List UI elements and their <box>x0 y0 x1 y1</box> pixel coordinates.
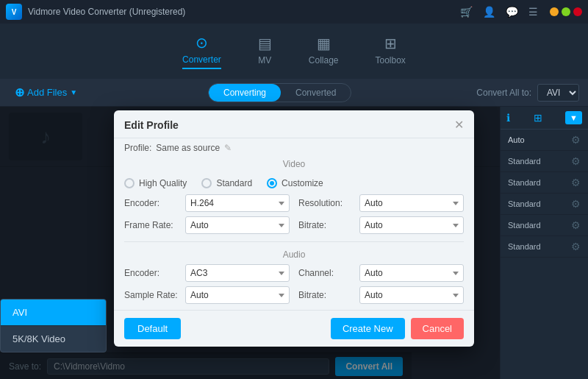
tab-mv[interactable]: ▤ MV <box>258 35 272 68</box>
sidebar-item-1: Standard ⚙ <box>501 151 588 172</box>
mv-label: MV <box>258 55 271 65</box>
nav-tabs: ⊙ Converter ▤ MV ▦ Collage ⊞ Toolbox <box>0 24 588 79</box>
sidebar-item-label-2: Standard <box>508 178 541 187</box>
tab-toolbox[interactable]: ⊞ Toolbox <box>376 35 406 68</box>
audio-encoder-select[interactable]: AC3 <box>185 264 290 282</box>
info-icon: ℹ <box>506 112 510 124</box>
tab-converter[interactable]: ⊙ Converter <box>182 34 221 69</box>
sidebar-item-3: Standard ⚙ <box>501 194 588 215</box>
sidebar-arrow-button[interactable]: ▼ <box>565 111 582 124</box>
maximize-button[interactable] <box>562 7 570 16</box>
toolbox-label: Toolbox <box>376 55 406 65</box>
sidebar-item-2: Standard ⚙ <box>501 172 588 194</box>
customize-radio-dot <box>270 181 274 185</box>
format-option-5k8k[interactable]: 5K/8K Video <box>1 326 106 352</box>
cart-icon[interactable]: 🛒 <box>460 6 473 18</box>
video-section-label: Video <box>114 156 474 174</box>
frame-rate-label: Frame Rate: <box>124 220 179 230</box>
default-button[interactable]: Default <box>124 318 181 339</box>
footer-right-buttons: Create New Cancel <box>331 318 464 339</box>
gear-icon-2[interactable]: ⚙ <box>571 177 581 188</box>
audio-bitrate-select[interactable]: Auto <box>359 286 464 304</box>
converting-tab[interactable]: Converting <box>209 84 281 102</box>
collage-icon: ▦ <box>317 35 331 52</box>
converting-tabs: Converting Converted <box>208 83 351 102</box>
gear-icon-4[interactable]: ⚙ <box>571 219 581 231</box>
channel-select[interactable]: Auto <box>359 264 464 282</box>
video-encoder-label: Encoder: <box>124 198 179 208</box>
profile-row: Profile: Same as source ✎ <box>114 138 474 156</box>
edit-profile-modal: Edit Profile ✕ Profile: Same as source ✎… <box>114 110 474 347</box>
chat-icon[interactable]: 💬 <box>506 6 518 18</box>
profile-label: Profile: <box>124 143 151 153</box>
audio-bitrate-label: Bitrate: <box>298 290 354 300</box>
collage-label: Collage <box>309 55 339 65</box>
create-new-button[interactable]: Create New <box>331 318 405 339</box>
convert-all-group: Convert All to: AVI <box>476 84 579 102</box>
tab-collage[interactable]: ▦ Collage <box>309 35 339 68</box>
modal-footer: Default Create New Cancel <box>114 310 474 347</box>
close-button[interactable] <box>573 7 582 16</box>
high-quality-label: High Quality <box>139 178 187 188</box>
gear-icon-0[interactable]: ⚙ <box>571 134 581 146</box>
format-dropdown: AVI 5K/8K Video <box>0 299 107 353</box>
video-bitrate-row: Bitrate: Auto <box>298 216 464 234</box>
left-content: ♪ Save to: Convert All AVI 5K/8K Video E… <box>0 107 500 379</box>
sample-rate-select[interactable]: Auto <box>185 286 290 304</box>
gear-icon-5[interactable]: ⚙ <box>571 241 581 252</box>
minimize-button[interactable] <box>550 7 559 16</box>
video-bitrate-select[interactable]: Auto <box>359 216 464 234</box>
sidebar-item-4: Standard ⚙ <box>501 215 588 236</box>
sidebar-item-label-0: Auto <box>508 135 525 144</box>
resolution-label: Resolution: <box>298 198 354 208</box>
video-form-grid: Encoder: H.264 Resolution: Auto Frame Ra… <box>114 194 474 240</box>
profile-value: Same as source <box>156 143 220 153</box>
menu-icon[interactable]: ☰ <box>528 6 538 18</box>
user-icon[interactable]: 👤 <box>483 6 495 18</box>
audio-section-label: Audio <box>114 247 474 264</box>
title-bar: V Vidmore Video Converter (Unregistered)… <box>0 0 588 24</box>
app-title: Vidmore Video Converter (Unregistered) <box>28 7 460 17</box>
quality-high-radio[interactable]: High Quality <box>124 178 187 188</box>
video-encoder-row: Encoder: H.264 <box>124 194 290 212</box>
sidebar-item-5: Standard ⚙ <box>501 236 588 258</box>
grid-icon: ⊞ <box>534 112 542 124</box>
channel-row: Channel: Auto <box>298 264 464 282</box>
format-option-avi[interactable]: AVI <box>1 300 106 326</box>
format-select[interactable]: AVI <box>537 84 579 102</box>
sidebar-item-label-3: Standard <box>508 199 541 208</box>
video-encoder-select[interactable]: H.264 <box>185 194 290 212</box>
quality-customize-radio[interactable]: Customize <box>267 178 323 188</box>
channel-label: Channel: <box>298 268 354 278</box>
converter-icon: ⊙ <box>196 34 208 52</box>
quality-radio-group: High Quality Standard Customize <box>114 174 474 194</box>
cancel-button[interactable]: Cancel <box>411 318 464 339</box>
converted-tab[interactable]: Converted <box>281 84 351 102</box>
frame-rate-select[interactable]: Auto <box>185 216 290 234</box>
add-files-button[interactable]: ⊕ Add Files ▼ <box>9 82 83 102</box>
convert-all-label: Convert All to: <box>476 88 531 98</box>
sample-rate-label: Sample Rate: <box>124 290 179 300</box>
gear-icon-3[interactable]: ⚙ <box>571 198 581 210</box>
resolution-select[interactable]: Auto <box>359 194 464 212</box>
audio-form-grid: Encoder: AC3 Channel: Auto Sample Rate: … <box>114 264 474 310</box>
gear-icon-1[interactable]: ⚙ <box>571 155 581 167</box>
sidebar-item-label-4: Standard <box>508 221 541 230</box>
plus-icon: ⊕ <box>15 85 24 99</box>
quality-standard-radio[interactable]: Standard <box>201 178 252 188</box>
add-files-label: Add Files <box>27 87 67 98</box>
main-area: ♪ Save to: Convert All AVI 5K/8K Video E… <box>0 107 588 379</box>
sample-rate-row: Sample Rate: Auto <box>124 286 290 304</box>
dropdown-arrow-icon: ▼ <box>70 88 77 96</box>
modal-close-button[interactable]: ✕ <box>454 118 464 132</box>
modal-title: Edit Profile <box>124 119 179 131</box>
profile-edit-icon[interactable]: ✎ <box>224 143 232 153</box>
audio-bitrate-row: Bitrate: Auto <box>298 286 464 304</box>
customize-radio-circle <box>267 178 277 188</box>
mv-icon: ▤ <box>258 35 272 52</box>
standard-radio-circle <box>201 178 212 188</box>
app-logo: V <box>6 4 22 20</box>
modal-header: Edit Profile ✕ <box>114 110 474 138</box>
window-controls <box>550 7 582 16</box>
sidebar-item-label-1: Standard <box>508 157 541 166</box>
